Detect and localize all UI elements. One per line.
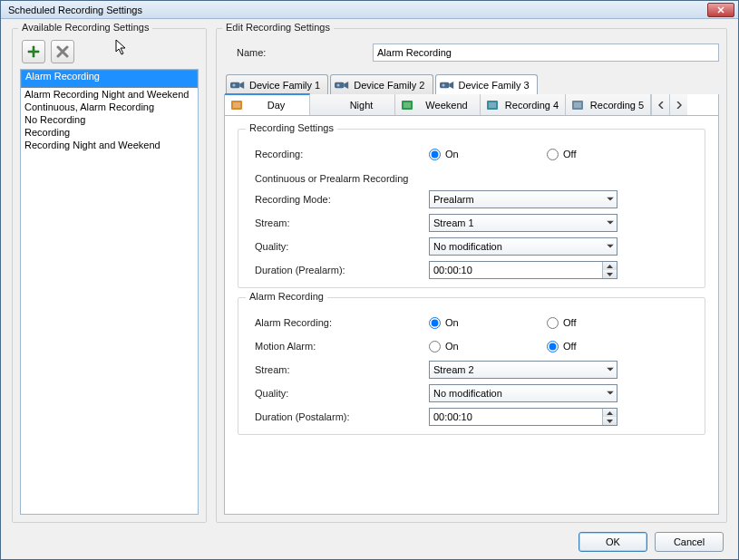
recording-on-radio[interactable]: On xyxy=(429,149,547,160)
recording-settings-group: Recording Settings Recording: On Off Con… xyxy=(238,129,705,288)
duration-postalarm-input[interactable] xyxy=(430,409,602,425)
available-settings-group: Available Recording Settings Alarm Recor… xyxy=(12,28,207,523)
duration-postalarm-spinner[interactable] xyxy=(429,408,617,426)
ok-button[interactable]: OK xyxy=(579,532,647,552)
dialog-window: Scheduled Recording Settings Available R… xyxy=(0,0,739,560)
list-item[interactable]: No Recording xyxy=(21,113,198,126)
duration-prealarm-label: Duration (Prealarm): xyxy=(248,265,429,275)
camera-icon xyxy=(230,81,245,90)
alarm-off-radio[interactable]: Off xyxy=(547,317,665,329)
alarm-stream-select[interactable]: Stream 1Stream 2 xyxy=(429,361,617,379)
edit-settings-group: Edit Recording Settings Name: Device Fam… xyxy=(216,28,727,523)
recording-label: Recording: xyxy=(248,149,429,159)
motion-off-radio[interactable]: Off xyxy=(547,341,665,352)
schedule-icon xyxy=(486,100,499,111)
schedule-icon xyxy=(571,100,584,111)
device-tabs: Device Family 1Device Family 2Device Fam… xyxy=(226,74,719,94)
device-tab[interactable]: Device Family 3 xyxy=(435,74,538,94)
svg-point-5 xyxy=(442,83,444,86)
chevron-up-icon xyxy=(607,411,613,415)
quality-select[interactable]: No modification xyxy=(429,237,617,256)
recording-settings-legend: Recording Settings xyxy=(246,122,337,133)
chevron-down-icon xyxy=(607,273,613,276)
list-item[interactable]: Continuous, Alarm Recording xyxy=(21,101,198,113)
close-icon xyxy=(717,6,724,14)
motion-on-radio[interactable]: On xyxy=(429,341,547,352)
schedule-tab[interactable]: Day xyxy=(225,93,310,115)
spin-down-button[interactable] xyxy=(603,417,617,425)
device-tab[interactable]: Device Family 2 xyxy=(330,74,433,94)
schedule-tab[interactable]: Night xyxy=(310,94,395,115)
alarm-quality-select[interactable]: No modification xyxy=(429,384,617,402)
alarm-on-radio[interactable]: On xyxy=(429,317,547,329)
svg-point-3 xyxy=(337,83,340,86)
settings-content: Recording Settings Recording: On Off Con… xyxy=(224,116,719,515)
svg-rect-7 xyxy=(233,102,240,108)
device-tab[interactable]: Device Family 1 xyxy=(226,74,328,94)
schedule-tab[interactable]: Recording 5 xyxy=(566,94,651,115)
svg-rect-9 xyxy=(404,102,411,108)
spin-down-button[interactable] xyxy=(603,270,617,278)
close-button[interactable] xyxy=(707,3,734,17)
svg-rect-11 xyxy=(489,102,496,108)
add-button[interactable] xyxy=(22,40,45,63)
recording-mode-select[interactable]: ContinuousPrealarm xyxy=(429,190,617,208)
chevron-right-icon xyxy=(676,101,682,109)
spin-up-button[interactable] xyxy=(603,262,617,270)
duration-postalarm-label: Duration (Postalarm): xyxy=(248,411,429,422)
alarm-recording-label: Alarm Recording: xyxy=(248,317,429,328)
available-list[interactable]: Alarm RecordingAlarm Recording Night and… xyxy=(20,69,199,515)
schedule-icon xyxy=(230,100,243,111)
schedule-tabs: DayNightWeekendRecording 4Recording 5 xyxy=(224,94,719,116)
titlebar: Scheduled Recording Settings xyxy=(1,1,738,19)
night-icon xyxy=(316,100,328,111)
camera-icon xyxy=(335,81,349,90)
chevron-left-icon xyxy=(658,101,664,109)
available-settings-legend: Available Recording Settings xyxy=(18,22,152,33)
schedule-tab[interactable]: Recording 4 xyxy=(481,94,566,115)
list-item[interactable]: Recording xyxy=(21,126,198,139)
list-item[interactable]: Alarm Recording Night and Weekend xyxy=(21,88,198,101)
list-item[interactable]: Alarm Recording xyxy=(21,70,198,88)
motion-alarm-label: Motion Alarm: xyxy=(248,341,429,352)
schedule-tab[interactable]: Weekend xyxy=(395,94,481,115)
delete-button[interactable] xyxy=(51,40,74,63)
alarm-recording-group: Alarm Recording Alarm Recording: On Off … xyxy=(238,297,705,435)
chevron-up-icon xyxy=(607,265,613,268)
available-toolbar xyxy=(20,38,199,69)
dialog-footer: OK Cancel xyxy=(12,523,727,552)
dialog-body: Available Recording Settings Alarm Recor… xyxy=(1,19,738,559)
recording-mode-label: Recording Mode: xyxy=(248,194,429,205)
list-item[interactable]: Recording Night and Weekend xyxy=(21,139,198,151)
edit-settings-legend: Edit Recording Settings xyxy=(222,22,334,33)
alarm-recording-legend: Alarm Recording xyxy=(246,291,327,302)
svg-point-1 xyxy=(232,83,235,86)
quality-label: Quality: xyxy=(248,241,429,252)
alarm-quality-label: Quality: xyxy=(248,388,429,399)
cancel-button[interactable]: Cancel xyxy=(655,532,724,552)
duration-prealarm-spinner[interactable] xyxy=(429,261,617,279)
chevron-down-icon xyxy=(607,420,613,423)
alarm-stream-label: Stream: xyxy=(248,364,429,375)
svg-rect-13 xyxy=(574,102,581,108)
tab-nav-left[interactable] xyxy=(651,94,669,115)
schedule-icon xyxy=(401,100,413,111)
window-title: Scheduled Recording Settings xyxy=(5,5,707,15)
duration-prealarm-input[interactable] xyxy=(430,262,602,278)
recording-off-radio[interactable]: Off xyxy=(547,149,665,160)
name-label: Name: xyxy=(237,47,373,58)
tab-nav-right[interactable] xyxy=(669,94,687,115)
camera-icon xyxy=(440,81,454,90)
continuous-header: Continuous or Prealarm Recording xyxy=(255,173,695,184)
plus-icon xyxy=(26,44,41,59)
delete-x-icon xyxy=(56,45,69,58)
spin-up-button[interactable] xyxy=(603,409,617,417)
stream-select[interactable]: Stream 1Stream 2 xyxy=(429,214,617,232)
stream-label: Stream: xyxy=(248,217,429,228)
name-input[interactable] xyxy=(373,43,719,62)
